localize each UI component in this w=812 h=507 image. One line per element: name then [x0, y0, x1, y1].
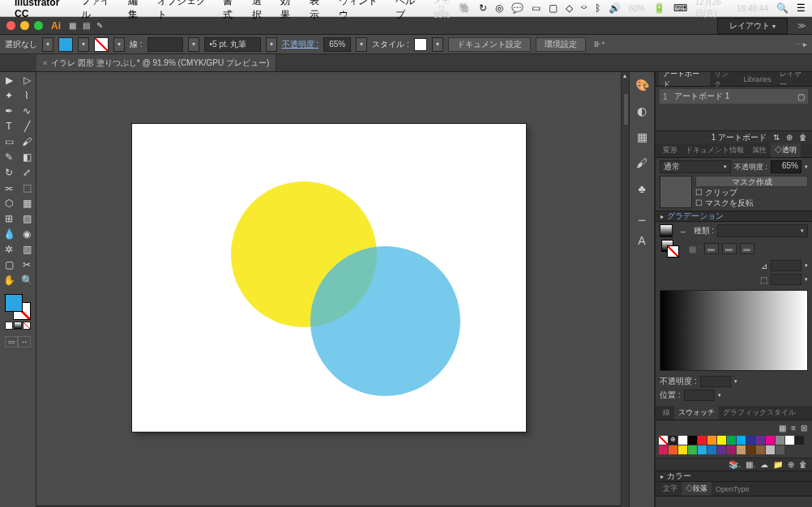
- stroke-panel-icon[interactable]: ⎯: [639, 208, 645, 221]
- scale-tool[interactable]: ⤢: [18, 164, 36, 180]
- swatch-color[interactable]: [659, 445, 668, 454]
- width-tool[interactable]: ⫘: [0, 180, 18, 195]
- minimize-window-button[interactable]: [20, 21, 29, 30]
- stock-icon[interactable]: ▤: [83, 21, 90, 30]
- screen-mode-toggle[interactable]: ↔: [18, 336, 31, 347]
- artboards-tab[interactable]: アートボード: [659, 72, 710, 86]
- gradient-angle-input[interactable]: [771, 260, 801, 271]
- eyedropper-tool[interactable]: 💧: [0, 226, 18, 241]
- curvature-tool[interactable]: ∿: [18, 103, 36, 118]
- blend-tool[interactable]: ◉: [18, 226, 36, 241]
- wifi-icon[interactable]: ⌔: [581, 2, 587, 14]
- perspective-tool[interactable]: ▦: [18, 195, 36, 211]
- pen-tool[interactable]: ✒: [0, 103, 18, 118]
- swatch-color[interactable]: [795, 436, 804, 445]
- magic-wand-tool[interactable]: ✦: [0, 87, 18, 103]
- gradient-opacity-input[interactable]: [700, 376, 731, 387]
- fill-stroke-indicator[interactable]: [0, 291, 36, 333]
- line-tool[interactable]: ╱: [18, 118, 36, 134]
- menu-select[interactable]: 選択: [252, 0, 271, 22]
- hand-tool[interactable]: ✋: [0, 272, 18, 288]
- canvas-area[interactable]: ▴ 91.9% ▾ ◂ ⏮ ▸ ⏭ ダイレクト選択ツールを切り換え ▸: [36, 72, 629, 507]
- fill-dropdown[interactable]: ▾: [78, 37, 89, 52]
- opacity-label[interactable]: 不透明度 :: [282, 39, 319, 50]
- paragraph-tab[interactable]: ◇段落: [682, 482, 712, 496]
- direct-selection-tool[interactable]: ▷: [18, 72, 36, 87]
- grad-stroke-1[interactable]: ▬: [704, 243, 719, 254]
- swatch-color[interactable]: [756, 436, 765, 445]
- time-display[interactable]: 18:46:44: [737, 4, 768, 13]
- airdrop-icon[interactable]: ◇: [566, 2, 573, 14]
- stroke-color-dropdown[interactable]: ▾: [113, 37, 125, 52]
- opacity-field[interactable]: 65%: [323, 37, 351, 52]
- swatch-registration[interactable]: ⊕: [669, 436, 677, 445]
- line-icon[interactable]: 💬: [511, 2, 524, 14]
- sync-icon[interactable]: ↻: [479, 2, 487, 14]
- date-display[interactable]: 12月26日(月): [695, 0, 729, 19]
- battery-icon[interactable]: 🔋: [653, 2, 665, 14]
- graph-tool[interactable]: ▥: [18, 241, 36, 257]
- clip-checkbox[interactable]: ☐ クリップ: [695, 187, 808, 198]
- mesh-tool[interactable]: ⊞: [0, 211, 18, 226]
- menu-window[interactable]: ウィンドウ: [339, 0, 385, 22]
- symbols-panel-icon[interactable]: ♣: [638, 182, 645, 195]
- opentype-tab[interactable]: OpenType: [712, 482, 754, 496]
- eraser-tool[interactable]: ◧: [18, 149, 36, 164]
- swatch-color[interactable]: [688, 445, 697, 454]
- transparency-tab[interactable]: ◇透明: [771, 143, 801, 157]
- new-artboard-icon[interactable]: ⊕: [786, 133, 793, 142]
- stroke-weight-field[interactable]: [147, 37, 183, 52]
- character-tab[interactable]: 文字: [659, 482, 682, 496]
- swatch-color[interactable]: [727, 436, 736, 445]
- gradient-panel-header[interactable]: ▸グラデーション: [656, 211, 812, 222]
- screen-icon[interactable]: ▢: [549, 2, 558, 14]
- gradient-tool[interactable]: ▨: [18, 211, 36, 226]
- swatch-color[interactable]: [776, 436, 784, 445]
- shaper-tool[interactable]: ✎: [0, 149, 18, 164]
- volume-icon[interactable]: 🔊: [609, 2, 621, 14]
- opacity-input[interactable]: 65%: [771, 160, 801, 173]
- paintbrush-tool[interactable]: 🖌: [18, 134, 36, 149]
- swatch-color[interactable]: [717, 445, 726, 454]
- zoom-tool[interactable]: 🔍: [18, 272, 36, 288]
- style-dd[interactable]: ▾: [432, 37, 443, 52]
- selection-dropdown[interactable]: ▾: [42, 37, 53, 52]
- libraries-tab[interactable]: Libraries: [739, 72, 776, 86]
- swatch-view2-icon[interactable]: ⊞: [801, 424, 807, 432]
- color-panel-header[interactable]: ▸カラー: [656, 471, 812, 482]
- free-transform-tool[interactable]: ⬚: [18, 180, 36, 195]
- swatch-color[interactable]: [678, 445, 687, 454]
- screen-mode-normal[interactable]: ▭: [5, 336, 18, 347]
- panel-grip[interactable]: [623, 93, 629, 126]
- document-setup-button[interactable]: ドキュメント設定: [448, 37, 531, 52]
- menu-view[interactable]: 表示: [310, 0, 328, 22]
- menu-object[interactable]: オブジェクト: [157, 0, 212, 22]
- swatch-color[interactable]: [727, 445, 736, 454]
- menu-type[interactable]: 書式: [223, 0, 241, 22]
- swatch-none[interactable]: [659, 436, 668, 445]
- style-swatch[interactable]: [414, 38, 427, 51]
- rotate-tool[interactable]: ↻: [0, 164, 18, 180]
- fill-gradient-mode[interactable]: [14, 322, 22, 330]
- lasso-tool[interactable]: ⌇: [18, 87, 36, 103]
- swatch-color[interactable]: [746, 445, 755, 454]
- search-icon[interactable]: ≫: [797, 21, 806, 30]
- invert-mask-checkbox[interactable]: ☐ マスクを反転: [695, 198, 808, 208]
- swatch-color[interactable]: [688, 436, 697, 445]
- swatch-options-icon[interactable]: ☁: [760, 460, 768, 469]
- gradient-aspect-input[interactable]: [771, 274, 801, 285]
- fill-solid-mode[interactable]: [5, 322, 13, 330]
- stroke-tab[interactable]: 線: [659, 406, 674, 420]
- rectangle-tool[interactable]: ▭: [0, 134, 18, 149]
- close-window-button[interactable]: [6, 21, 15, 30]
- swatch-color[interactable]: [717, 436, 726, 445]
- transform-tab[interactable]: 変形: [659, 143, 682, 157]
- vertical-scrollbar[interactable]: ▴: [621, 72, 629, 507]
- swatch-color[interactable]: [766, 445, 775, 454]
- artboard-list-item[interactable]: 1 アートボード 1 ▢: [660, 89, 808, 104]
- gradient-position-input[interactable]: [684, 390, 715, 401]
- swatch-menu-icon[interactable]: ▦: [779, 424, 786, 432]
- opacity-dd[interactable]: ▾: [356, 37, 367, 52]
- swatch-color[interactable]: [698, 445, 707, 454]
- blend-mode-dropdown[interactable]: 通常▾: [660, 160, 731, 173]
